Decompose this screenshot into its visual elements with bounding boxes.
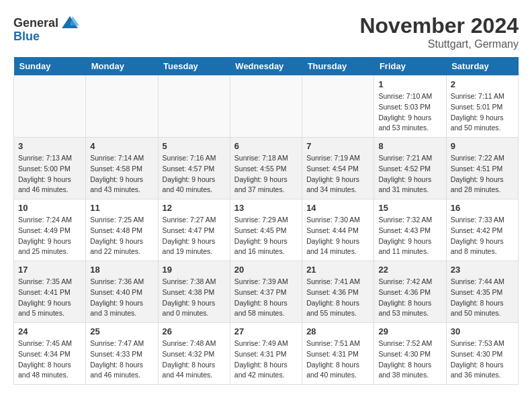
day-number: 11 bbox=[90, 203, 153, 213]
day-number: 18 bbox=[90, 265, 153, 275]
day-number: 10 bbox=[18, 203, 81, 213]
day-info: Sunrise: 7:27 AM Sunset: 4:47 PM Dayligh… bbox=[163, 215, 226, 257]
calendar-table: SundayMondayTuesdayWednesdayThursdayFrid… bbox=[13, 57, 519, 385]
calendar-cell: 2Sunrise: 7:11 AM Sunset: 5:01 PM Daylig… bbox=[446, 76, 518, 138]
calendar-cell: 5Sunrise: 7:16 AM Sunset: 4:57 PM Daylig… bbox=[158, 138, 230, 199]
calendar-cell bbox=[14, 76, 86, 138]
day-info: Sunrise: 7:48 AM Sunset: 4:32 PM Dayligh… bbox=[163, 338, 226, 381]
day-number: 27 bbox=[234, 326, 298, 336]
calendar-cell: 3Sunrise: 7:13 AM Sunset: 5:00 PM Daylig… bbox=[14, 138, 86, 199]
day-info: Sunrise: 7:22 AM Sunset: 4:51 PM Dayligh… bbox=[451, 153, 514, 195]
calendar-cell: 4Sunrise: 7:14 AM Sunset: 4:58 PM Daylig… bbox=[86, 138, 158, 199]
weekday-header-friday: Friday bbox=[374, 57, 446, 76]
day-info: Sunrise: 7:29 AM Sunset: 4:45 PM Dayligh… bbox=[234, 215, 298, 257]
day-info: Sunrise: 7:41 AM Sunset: 4:36 PM Dayligh… bbox=[306, 277, 369, 319]
calendar-cell: 16Sunrise: 7:33 AM Sunset: 4:42 PM Dayli… bbox=[446, 199, 518, 261]
weekday-header-tuesday: Tuesday bbox=[158, 57, 230, 76]
day-info: Sunrise: 7:25 AM Sunset: 4:48 PM Dayligh… bbox=[90, 215, 153, 257]
weekday-header-sunday: Sunday bbox=[14, 57, 86, 76]
calendar-cell: 24Sunrise: 7:45 AM Sunset: 4:34 PM Dayli… bbox=[14, 323, 86, 385]
day-number: 8 bbox=[378, 141, 441, 151]
calendar-cell: 18Sunrise: 7:36 AM Sunset: 4:40 PM Dayli… bbox=[86, 261, 158, 323]
calendar-cell: 22Sunrise: 7:42 AM Sunset: 4:36 PM Dayli… bbox=[374, 261, 446, 323]
day-number: 19 bbox=[163, 265, 226, 275]
day-number: 30 bbox=[451, 326, 514, 336]
day-number: 20 bbox=[234, 265, 298, 275]
calendar-cell: 14Sunrise: 7:30 AM Sunset: 4:44 PM Dayli… bbox=[302, 199, 374, 261]
title-area: November 2024 Stuttgart, Germany bbox=[359, 13, 519, 50]
calendar-cell: 1Sunrise: 7:10 AM Sunset: 5:03 PM Daylig… bbox=[374, 76, 446, 138]
day-info: Sunrise: 7:35 AM Sunset: 4:41 PM Dayligh… bbox=[18, 277, 81, 319]
calendar-cell: 9Sunrise: 7:22 AM Sunset: 4:51 PM Daylig… bbox=[446, 138, 518, 199]
day-number: 22 bbox=[378, 265, 441, 275]
day-info: Sunrise: 7:52 AM Sunset: 4:30 PM Dayligh… bbox=[378, 338, 441, 381]
calendar-cell bbox=[158, 76, 230, 138]
weekday-header-wednesday: Wednesday bbox=[230, 57, 302, 76]
day-number: 25 bbox=[90, 326, 153, 336]
day-info: Sunrise: 7:30 AM Sunset: 4:44 PM Dayligh… bbox=[306, 215, 369, 257]
weekday-header-saturday: Saturday bbox=[446, 57, 518, 76]
calendar-cell bbox=[230, 76, 302, 138]
calendar-cell: 19Sunrise: 7:38 AM Sunset: 4:38 PM Dayli… bbox=[158, 261, 230, 323]
day-info: Sunrise: 7:13 AM Sunset: 5:00 PM Dayligh… bbox=[18, 153, 81, 195]
location: Stuttgart, Germany bbox=[359, 38, 519, 50]
calendar-cell: 21Sunrise: 7:41 AM Sunset: 4:36 PM Dayli… bbox=[302, 261, 374, 323]
logo-general: General bbox=[13, 16, 58, 30]
day-number: 6 bbox=[234, 141, 298, 151]
week-row-2: 3Sunrise: 7:13 AM Sunset: 5:00 PM Daylig… bbox=[14, 138, 519, 199]
calendar-cell: 10Sunrise: 7:24 AM Sunset: 4:49 PM Dayli… bbox=[14, 199, 86, 261]
day-number: 14 bbox=[306, 203, 369, 213]
day-info: Sunrise: 7:39 AM Sunset: 4:37 PM Dayligh… bbox=[234, 277, 298, 319]
day-info: Sunrise: 7:18 AM Sunset: 4:55 PM Dayligh… bbox=[234, 153, 298, 195]
calendar-cell: 17Sunrise: 7:35 AM Sunset: 4:41 PM Dayli… bbox=[14, 261, 86, 323]
day-info: Sunrise: 7:44 AM Sunset: 4:35 PM Dayligh… bbox=[451, 277, 514, 319]
calendar-cell: 12Sunrise: 7:27 AM Sunset: 4:47 PM Dayli… bbox=[158, 199, 230, 261]
logo-blue: Blue bbox=[13, 30, 40, 44]
calendar-cell bbox=[86, 76, 158, 138]
day-number: 12 bbox=[163, 203, 226, 213]
day-info: Sunrise: 7:47 AM Sunset: 4:33 PM Dayligh… bbox=[90, 338, 153, 381]
day-number: 13 bbox=[234, 203, 298, 213]
day-info: Sunrise: 7:16 AM Sunset: 4:57 PM Dayligh… bbox=[163, 153, 226, 195]
week-row-3: 10Sunrise: 7:24 AM Sunset: 4:49 PM Dayli… bbox=[14, 199, 519, 261]
day-info: Sunrise: 7:38 AM Sunset: 4:38 PM Dayligh… bbox=[163, 277, 226, 319]
day-info: Sunrise: 7:11 AM Sunset: 5:01 PM Dayligh… bbox=[451, 91, 514, 134]
week-row-4: 17Sunrise: 7:35 AM Sunset: 4:41 PM Dayli… bbox=[14, 261, 519, 323]
calendar-cell: 8Sunrise: 7:21 AM Sunset: 4:52 PM Daylig… bbox=[374, 138, 446, 199]
day-number: 7 bbox=[306, 141, 369, 151]
day-info: Sunrise: 7:45 AM Sunset: 4:34 PM Dayligh… bbox=[18, 338, 81, 381]
day-info: Sunrise: 7:49 AM Sunset: 4:31 PM Dayligh… bbox=[234, 338, 298, 381]
day-info: Sunrise: 7:21 AM Sunset: 4:52 PM Dayligh… bbox=[378, 153, 441, 195]
day-number: 29 bbox=[378, 326, 441, 336]
day-number: 17 bbox=[18, 265, 81, 275]
day-number: 1 bbox=[378, 79, 441, 89]
calendar-cell: 23Sunrise: 7:44 AM Sunset: 4:35 PM Dayli… bbox=[446, 261, 518, 323]
day-number: 3 bbox=[18, 141, 81, 151]
calendar-cell bbox=[302, 76, 374, 138]
day-number: 2 bbox=[451, 79, 514, 89]
calendar-cell: 15Sunrise: 7:32 AM Sunset: 4:43 PM Dayli… bbox=[374, 199, 446, 261]
day-number: 4 bbox=[90, 141, 153, 151]
day-info: Sunrise: 7:19 AM Sunset: 4:54 PM Dayligh… bbox=[306, 153, 369, 195]
day-info: Sunrise: 7:10 AM Sunset: 5:03 PM Dayligh… bbox=[378, 91, 441, 134]
day-info: Sunrise: 7:33 AM Sunset: 4:42 PM Dayligh… bbox=[451, 215, 514, 257]
day-number: 28 bbox=[306, 326, 369, 336]
day-number: 5 bbox=[163, 141, 226, 151]
weekday-header-monday: Monday bbox=[86, 57, 158, 76]
logo: General Blue bbox=[13, 13, 79, 44]
day-number: 9 bbox=[451, 141, 514, 151]
day-info: Sunrise: 7:36 AM Sunset: 4:40 PM Dayligh… bbox=[90, 277, 153, 319]
week-row-5: 24Sunrise: 7:45 AM Sunset: 4:34 PM Dayli… bbox=[14, 323, 519, 385]
day-number: 24 bbox=[18, 326, 81, 336]
logo-icon bbox=[60, 13, 79, 32]
calendar-cell: 7Sunrise: 7:19 AM Sunset: 4:54 PM Daylig… bbox=[302, 138, 374, 199]
calendar-cell: 25Sunrise: 7:47 AM Sunset: 4:33 PM Dayli… bbox=[86, 323, 158, 385]
month-title: November 2024 bbox=[359, 13, 519, 38]
day-info: Sunrise: 7:42 AM Sunset: 4:36 PM Dayligh… bbox=[378, 277, 441, 319]
calendar-cell: 27Sunrise: 7:49 AM Sunset: 4:31 PM Dayli… bbox=[230, 323, 302, 385]
day-number: 16 bbox=[451, 203, 514, 213]
day-info: Sunrise: 7:53 AM Sunset: 4:30 PM Dayligh… bbox=[451, 338, 514, 381]
calendar-cell: 20Sunrise: 7:39 AM Sunset: 4:37 PM Dayli… bbox=[230, 261, 302, 323]
calendar-cell: 29Sunrise: 7:52 AM Sunset: 4:30 PM Dayli… bbox=[374, 323, 446, 385]
day-number: 15 bbox=[378, 203, 441, 213]
